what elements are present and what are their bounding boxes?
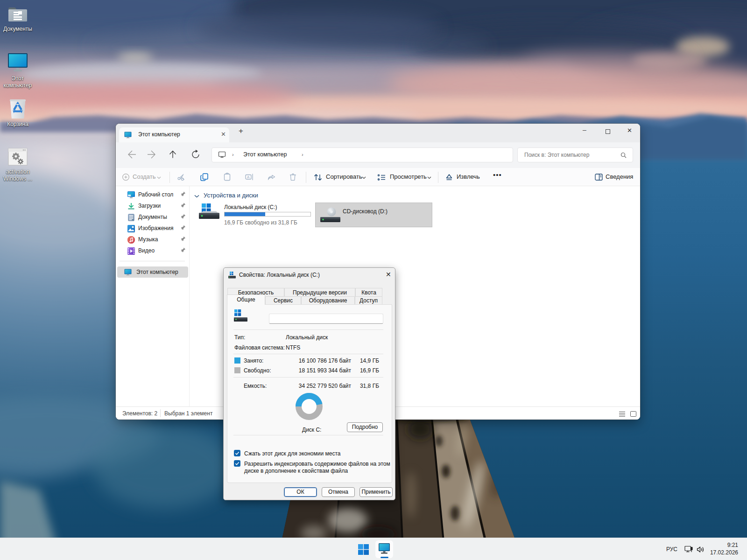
svg-text:A: A (247, 175, 250, 179)
